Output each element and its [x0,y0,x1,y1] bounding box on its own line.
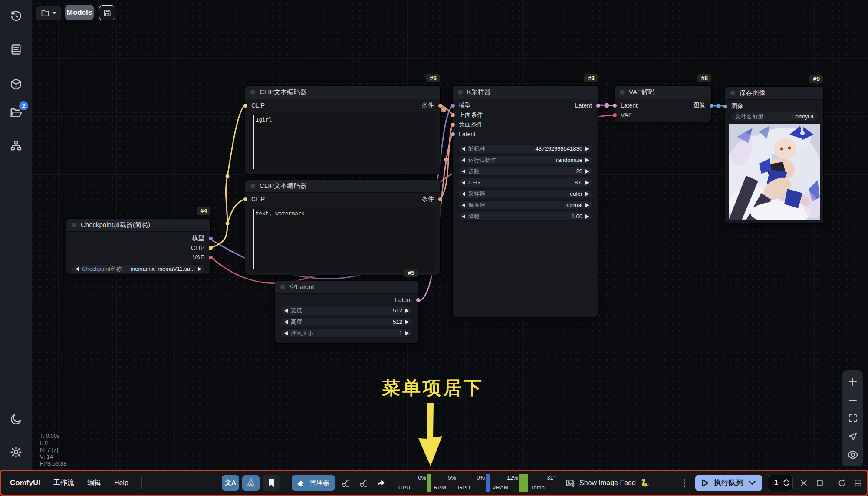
output-slot-clip[interactable] [209,246,213,250]
decrement-arrow-icon[interactable] [462,158,465,162]
models-tab-button[interactable]: Models [65,5,94,20]
filename-prefix-widget[interactable]: 文件名前缀 ComfyUI [730,112,818,121]
bookmark-button[interactable] [263,475,280,491]
node-header[interactable]: K采样器 [453,86,598,99]
increment-arrow-icon[interactable] [585,192,589,196]
decrement-arrow-icon[interactable] [284,331,288,335]
menu-help[interactable]: Help [114,479,128,487]
input-slot-clip[interactable] [243,104,247,108]
decrement-arrow-icon[interactable] [462,192,465,196]
output-slot-latent[interactable] [596,104,600,108]
node-ksampler[interactable]: #3 K采样器 模型 Latent 正面条件 负面条件 Latent 随机种 4… [453,86,598,317]
decrement-arrow-icon[interactable] [76,267,79,271]
output-slot-conditioning[interactable] [438,197,442,201]
increment-arrow-icon[interactable] [585,203,589,207]
collapse-dot-icon[interactable] [250,184,255,188]
clean-vram-deep-button[interactable] [356,476,371,490]
cancel-run-button[interactable] [799,478,809,488]
menu-edit[interactable]: 编辑 [87,478,101,487]
increment-arrow-icon[interactable] [585,147,589,151]
collapse-dot-icon[interactable] [250,90,255,95]
clean-vram-button[interactable] [338,476,353,490]
node-empty-latent[interactable]: #5 空Latent Latent 宽度 512 高度 512 批次大小 1 [275,281,418,343]
output-slot-image[interactable] [710,104,713,108]
node-library-button[interactable] [7,41,25,58]
collapse-dot-icon[interactable] [458,90,463,95]
collapse-dot-icon[interactable] [730,91,735,95]
menu-comfyui[interactable]: ComfyUI [10,479,40,487]
link-visibility-button[interactable] [846,448,859,461]
increment-arrow-icon[interactable] [198,267,201,271]
batch-count-stepper[interactable]: 1 [768,475,793,491]
increment-arrow-icon[interactable] [585,169,589,174]
node-clip-encode-positive[interactable]: #6 CLIP文本编码器 CLIP 条件 1girl [245,86,440,174]
menu-workflow[interactable]: 工作流 [53,478,74,487]
node-header[interactable]: VAE解码 [615,86,711,99]
zoom-in-button[interactable] [846,375,859,388]
queue-history-button[interactable] [853,478,863,488]
settings-button[interactable] [7,443,25,461]
node-header[interactable]: CLIP文本编码器 [245,180,440,193]
node-clip-encode-negative[interactable]: CLIP文本编码器 CLIP 条件 text, watermark [245,180,440,275]
easel-toggle-button[interactable] [242,475,260,491]
spinner-down-icon[interactable] [783,483,789,487]
input-slot-vae[interactable] [613,113,617,117]
stop-button[interactable] [815,478,825,488]
increment-arrow-icon[interactable] [405,320,409,324]
decrement-arrow-icon[interactable] [462,203,465,207]
output-slot-vae[interactable] [209,256,213,259]
output-slot-conditioning[interactable] [438,104,442,108]
overflow-menu-button[interactable] [679,478,690,488]
denoise-widget[interactable]: 降噪 1.00 [458,212,593,221]
height-widget[interactable]: 高度 512 [280,317,413,326]
node-checkpoint-loader[interactable]: #4 Checkpoint加载器(简易) 模型 CLIP VAE Checkpo… [66,219,210,274]
output-slot-latent[interactable] [416,298,420,302]
node-vae-decode[interactable]: #8 VAE解码 Latent 图像 VAE [615,86,711,122]
decrement-arrow-icon[interactable] [462,169,465,174]
share-button[interactable] [374,476,388,490]
increment-arrow-icon[interactable] [405,331,409,335]
refresh-button[interactable] [837,478,847,488]
node-map-button[interactable] [7,137,25,154]
input-slot-negative[interactable] [451,123,455,127]
input-slot-clip[interactable] [243,197,247,201]
workflows-button[interactable]: 2 [7,104,25,122]
width-widget[interactable]: 宽度 512 [280,306,413,315]
decrement-arrow-icon[interactable] [462,181,465,185]
model-library-button[interactable] [7,76,25,93]
theme-toggle-button[interactable] [7,411,25,428]
input-slot-positive[interactable] [451,113,455,117]
pan-mode-button[interactable] [846,430,859,443]
cfg-widget[interactable]: CFG 8.0 [458,178,593,187]
output-slot-model[interactable] [209,237,213,240]
node-save-image[interactable]: #9 保存图像 图像 文件名前缀 ComfyUI [725,87,823,223]
steps-widget[interactable]: 步数 20 [458,167,593,176]
execute-queue-button[interactable]: 执行队列 [695,475,762,491]
collapse-dot-icon[interactable] [280,285,285,289]
show-image-feed-toggle[interactable]: Show Image Feed 🐍 [566,478,649,488]
manager-button[interactable]: 管理器 [292,475,335,491]
node-header[interactable]: CLIP文本编码器 [245,86,440,99]
node-header[interactable]: 保存图像 [725,87,823,100]
input-slot-model[interactable] [451,104,455,108]
control-after-generate-widget[interactable]: 运行后操作 randomize [458,155,593,164]
zoom-out-button[interactable] [846,394,859,407]
input-slot-image[interactable] [723,105,727,108]
spinner-up-icon[interactable] [783,479,789,482]
history-button[interactable] [7,7,25,24]
node-header[interactable]: Checkpoint加载器(简易) [66,219,210,232]
decrement-arrow-icon[interactable] [284,309,288,313]
sampler-widget[interactable]: 采样器 euler [458,189,593,198]
collapse-dot-icon[interactable] [72,223,76,227]
prompt-textarea[interactable]: 1girl [250,113,435,171]
decrement-arrow-icon[interactable] [462,214,465,219]
node-header[interactable]: 空Latent [275,281,418,294]
increment-arrow-icon[interactable] [405,309,409,313]
increment-arrow-icon[interactable] [585,214,589,219]
fit-view-button[interactable] [846,412,859,425]
prompt-textarea[interactable]: text, watermark [250,207,435,272]
batch-size-widget[interactable]: 批次大小 1 [280,328,413,338]
workflow-open-button[interactable] [36,6,61,20]
collapse-dot-icon[interactable] [620,90,625,95]
input-slot-latent[interactable] [451,132,455,136]
